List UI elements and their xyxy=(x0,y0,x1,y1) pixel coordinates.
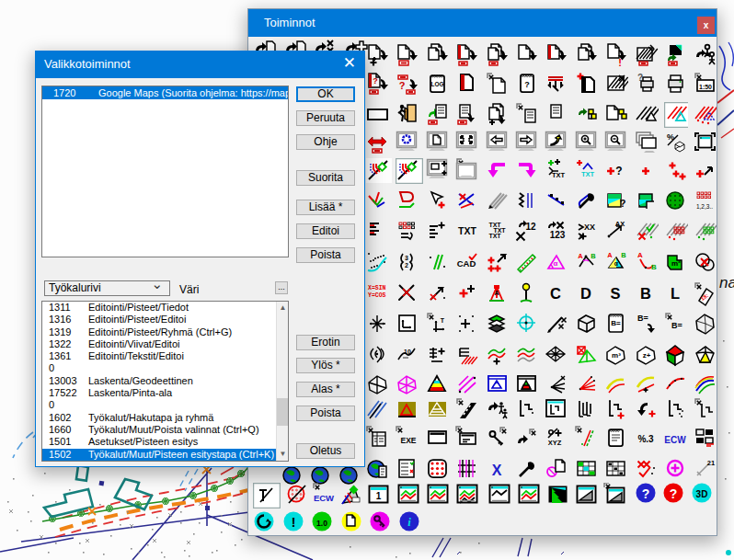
svg-text:ECW: ECW xyxy=(664,435,686,445)
svg-text:%.3: %.3 xyxy=(637,434,654,444)
svg-text:XX: XX xyxy=(584,223,595,232)
svg-text:XYZ: XYZ xyxy=(548,439,562,447)
svg-text:A: A xyxy=(607,251,613,259)
svg-text:2: 2 xyxy=(405,262,408,269)
svg-text:?: ? xyxy=(642,486,650,501)
svg-text:A: A xyxy=(495,380,499,385)
svg-text:A: A xyxy=(578,252,583,260)
svg-text:TXT: TXT xyxy=(458,225,476,236)
svg-text:B=: B= xyxy=(671,321,682,330)
svg-text:TXT: TXT xyxy=(552,171,566,179)
svg-text:CAD: CAD xyxy=(457,258,476,269)
svg-text:α: α xyxy=(614,260,619,267)
svg-text:?: ? xyxy=(615,165,622,177)
svg-text:3: 3 xyxy=(405,255,408,261)
svg-text:D: D xyxy=(580,285,591,302)
svg-text:m³: m³ xyxy=(612,351,621,360)
svg-text:123: 123 xyxy=(550,230,566,240)
svg-text:Y=COS: Y=COS xyxy=(368,292,386,299)
svg-text:m²: m² xyxy=(671,259,681,268)
svg-text:B=: B= xyxy=(611,319,621,327)
svg-text:i: i xyxy=(407,515,411,529)
svg-text:X=SIN: X=SIN xyxy=(368,285,386,291)
svg-text:B: B xyxy=(591,252,596,260)
svg-text:?: ? xyxy=(399,80,406,91)
svg-text:10: 10 xyxy=(404,349,411,355)
svg-text:B: B xyxy=(640,285,651,302)
svg-text:na: na xyxy=(719,274,734,291)
svg-text:TXT: TXT xyxy=(581,170,595,178)
svg-text:S: S xyxy=(610,285,620,302)
svg-text:L: L xyxy=(671,285,680,302)
svg-text:B=: B= xyxy=(637,314,648,323)
svg-text:!: ! xyxy=(292,515,296,530)
svg-text:α: α xyxy=(554,259,558,268)
svg-text:12: 12 xyxy=(525,222,536,232)
svg-text:ECW: ECW xyxy=(314,493,334,503)
svg-text:1,2,3..: 1,2,3.. xyxy=(696,203,713,210)
svg-text:EXE: EXE xyxy=(400,436,416,445)
svg-text:3D: 3D xyxy=(696,489,708,499)
svg-text:?: ? xyxy=(670,486,678,501)
svg-text:z+: z+ xyxy=(643,351,651,360)
svg-text:21: 21 xyxy=(707,459,715,467)
svg-text:B: B xyxy=(651,263,657,271)
svg-text:1.0: 1.0 xyxy=(316,519,327,528)
svg-text:?: ? xyxy=(620,198,626,209)
svg-text:X: X xyxy=(492,463,502,478)
svg-text:A: A xyxy=(637,251,643,259)
svg-text:T: T xyxy=(441,317,445,324)
svg-text:1:50: 1:50 xyxy=(699,84,712,90)
svg-text:AX: AX xyxy=(615,220,625,228)
svg-text:?: ? xyxy=(373,76,378,86)
svg-text:A: A xyxy=(494,290,499,296)
svg-text:1: 1 xyxy=(376,491,382,501)
svg-text:TXT: TXT xyxy=(488,233,501,239)
svg-text:!: ! xyxy=(618,57,622,68)
svg-text:B: B xyxy=(621,251,626,259)
svg-text:?: ? xyxy=(524,80,530,89)
svg-text:LOG: LOG xyxy=(430,81,443,87)
svg-text:C: C xyxy=(550,285,561,302)
